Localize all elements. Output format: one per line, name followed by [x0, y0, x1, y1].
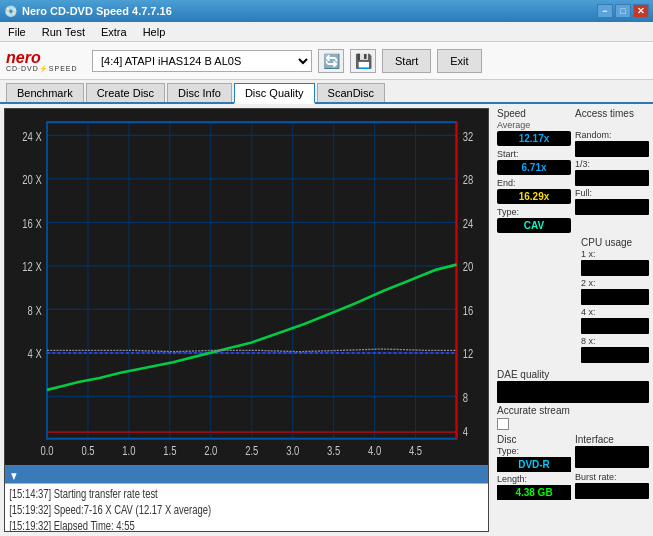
speed-chart: 24 X 20 X 16 X 12 X 8 X 4 X 32 28 24 20 … [5, 109, 488, 531]
refresh-icon-button[interactable]: 🔄 [318, 49, 344, 73]
svg-text:2.0: 2.0 [204, 443, 217, 456]
disc-interface-section: Disc Type: DVD-R Length: 4.38 GB Interfa… [497, 434, 649, 501]
svg-text:20: 20 [463, 260, 474, 273]
svg-text:24 X: 24 X [22, 130, 41, 143]
end-value: 16.29x [497, 189, 571, 204]
main-content: 24 X 20 X 16 X 12 X 8 X 4 X 32 28 24 20 … [0, 104, 653, 536]
tab-scan-disc[interactable]: ScanDisc [317, 83, 385, 102]
disc-length-label: Length: [497, 474, 571, 484]
svg-text:8 X: 8 X [28, 304, 42, 317]
svg-text:16 X: 16 X [22, 217, 41, 230]
svg-text:32: 32 [463, 130, 474, 143]
svg-text:3.0: 3.0 [286, 443, 299, 456]
tab-benchmark[interactable]: Benchmark [6, 83, 84, 102]
average-label: Average [497, 120, 571, 130]
svg-text:12 X: 12 X [22, 260, 41, 273]
speed-label: Speed [497, 108, 571, 119]
disc-label: Disc [497, 434, 571, 445]
svg-rect-49 [5, 465, 488, 483]
speed-section: Speed Average 12.17x Start: 6.71x End: 1… [497, 108, 571, 233]
cpu-4x-box [581, 318, 649, 334]
svg-text:[15:19:32]  Elapsed Time: 4:55: [15:19:32] Elapsed Time: 4:55 [9, 519, 134, 531]
cpu-1x-box [581, 260, 649, 276]
dae-section: DAE quality Accurate stream [497, 369, 649, 430]
svg-text:▼: ▼ [9, 469, 18, 482]
cpu-8x-box [581, 347, 649, 363]
one-third-value-box [575, 170, 649, 186]
random-label: Random: [575, 130, 649, 140]
svg-text:[15:19:32]  Speed:7-16 X CAV (: [15:19:32] Speed:7-16 X CAV (12.17 X ave… [9, 503, 211, 516]
cpu-label: CPU usage [581, 237, 649, 248]
svg-text:8: 8 [463, 391, 468, 404]
menu-run-test[interactable]: Run Test [38, 25, 89, 39]
exit-button[interactable]: Exit [437, 49, 481, 73]
accurate-stream-checkbox[interactable] [497, 418, 509, 430]
cpu-2x-label: 2 x: [581, 278, 649, 288]
tab-create-disc[interactable]: Create Disc [86, 83, 165, 102]
svg-text:1.0: 1.0 [122, 443, 135, 456]
right-panel: Speed Average 12.17x Start: 6.71x End: 1… [493, 104, 653, 536]
menu-extra[interactable]: Extra [97, 25, 131, 39]
save-icon-button[interactable]: 💾 [350, 49, 376, 73]
full-label: Full: [575, 188, 649, 198]
random-value-box [575, 141, 649, 157]
menu-help[interactable]: Help [139, 25, 170, 39]
interface-value-box [575, 446, 649, 468]
titlebar-left: 💿 Nero CD-DVD Speed 4.7.7.16 [4, 5, 172, 18]
tab-disc-quality[interactable]: Disc Quality [234, 83, 315, 104]
titlebar: 💿 Nero CD-DVD Speed 4.7.7.16 − □ ✕ [0, 0, 653, 22]
svg-text:20 X: 20 X [22, 173, 41, 186]
cpu-1x-label: 1 x: [581, 249, 649, 259]
dae-value-box [497, 381, 649, 403]
cpu-8x-label: 8 x: [581, 336, 649, 346]
one-third-label: 1/3: [575, 159, 649, 169]
app-title: Nero CD-DVD Speed 4.7.7.16 [22, 5, 172, 17]
svg-text:4: 4 [463, 425, 468, 438]
cpu-2x-box [581, 289, 649, 305]
dae-label: DAE quality [497, 369, 649, 380]
svg-text:4.5: 4.5 [409, 443, 422, 456]
minimize-button[interactable]: − [597, 4, 613, 18]
access-times-section: Access times Random: 1/3: Full: [575, 108, 649, 233]
burst-rate-label: Burst rate: [575, 472, 649, 482]
access-times-label: Access times [575, 108, 649, 119]
svg-text:0.5: 0.5 [81, 443, 94, 456]
tab-disc-info[interactable]: Disc Info [167, 83, 232, 102]
svg-text:12: 12 [463, 347, 474, 360]
burst-rate-value-box [575, 483, 649, 499]
close-button[interactable]: ✕ [633, 4, 649, 18]
chart-area: 24 X 20 X 16 X 12 X 8 X 4 X 32 28 24 20 … [4, 108, 489, 532]
app-icon: 💿 [4, 5, 18, 18]
svg-text:2.5: 2.5 [245, 443, 258, 456]
titlebar-controls[interactable]: − □ ✕ [597, 4, 649, 18]
start-button[interactable]: Start [382, 49, 431, 73]
svg-text:4.0: 4.0 [368, 443, 381, 456]
disc-type-label: Type: [497, 446, 571, 456]
full-value-box [575, 199, 649, 215]
svg-text:24: 24 [463, 217, 474, 230]
tab-bar: Benchmark Create Disc Disc Info Disc Qua… [0, 80, 653, 104]
start-label: Start: [497, 149, 571, 159]
cpu-4x-label: 4 x: [581, 307, 649, 317]
drive-selector[interactable]: [4:4] ATAPI iHAS124 B AL0S [92, 50, 312, 72]
type-value: CAV [497, 218, 571, 233]
menu-file[interactable]: File [4, 25, 30, 39]
interface-label: Interface [575, 434, 649, 445]
cpu-section: CPU usage 1 x: 2 x: 4 x: 8 x: [497, 237, 649, 365]
start-value: 6.71x [497, 160, 571, 175]
svg-text:28: 28 [463, 173, 474, 186]
nero-product: CD·DVD⚡SPEED [6, 65, 78, 73]
nero-logo: nero CD·DVD⚡SPEED [6, 49, 86, 73]
svg-text:16: 16 [463, 304, 474, 317]
disc-length-value: 4.38 GB [497, 485, 571, 500]
average-value: 12.17x [497, 131, 571, 146]
svg-text:1.5: 1.5 [163, 443, 176, 456]
end-label: End: [497, 178, 571, 188]
maximize-button[interactable]: □ [615, 4, 631, 18]
type-label: Type: [497, 207, 571, 217]
svg-text:4 X: 4 X [28, 347, 42, 360]
menubar: File Run Test Extra Help [0, 22, 653, 42]
svg-text:[15:14:37]  Starting transfer : [15:14:37] Starting transfer rate test [9, 487, 158, 500]
toolbar: nero CD·DVD⚡SPEED [4:4] ATAPI iHAS124 B … [0, 42, 653, 80]
svg-text:0.0: 0.0 [40, 443, 53, 456]
